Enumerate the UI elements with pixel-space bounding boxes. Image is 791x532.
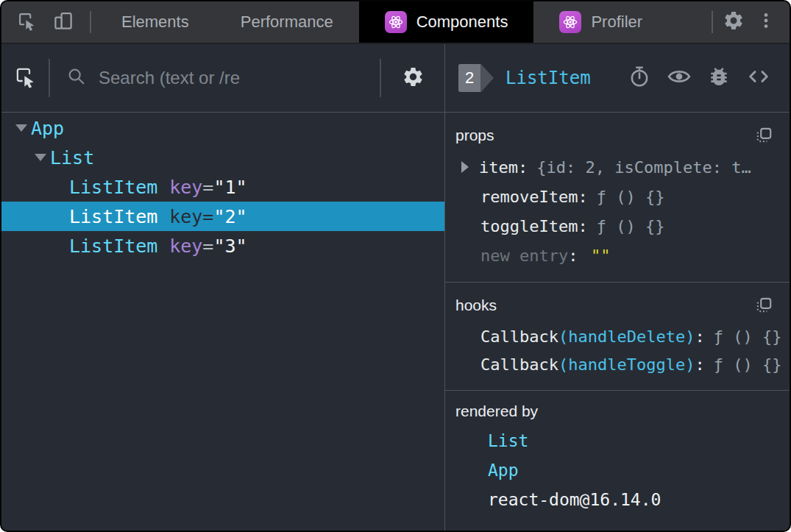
owner-link-list[interactable]: List (488, 431, 528, 450)
selected-component-title: ListItem (506, 68, 591, 88)
props-section: props item:{id: 2, isComplete: t… remove… (445, 113, 790, 283)
prop-row-toggleitem[interactable]: toggleItem:ƒ () {} (454, 211, 779, 241)
tree-row-listitem-2-selected[interactable]: ListItemkey="2" (1, 202, 444, 231)
tree-row-app[interactable]: App (1, 113, 444, 143)
search-bar (50, 66, 380, 90)
rendered-by-section: rendered by List App react-dom@16.14.0 (445, 391, 790, 526)
topbar-right-icons (707, 1, 790, 43)
react-logo-icon (559, 11, 581, 33)
tab-label: Performance (241, 13, 333, 32)
section-title: rendered by (455, 402, 538, 420)
rendered-by-row: react-dom@16.14.0 (454, 485, 779, 514)
divider (712, 11, 713, 33)
components-panel: App List ListItemkey="1" ListItemkey="2"… (1, 44, 790, 531)
suspend-component-button[interactable] (623, 62, 656, 94)
renderer-version-label: react-dom@16.14.0 (488, 490, 661, 509)
prop-row-removeitem[interactable]: removeItem:ƒ () {} (454, 182, 779, 211)
log-to-console-button[interactable] (703, 62, 735, 94)
tab-components[interactable]: Components (359, 1, 534, 43)
key-badge: 2 (458, 64, 494, 92)
key-attribute: key="3" (169, 235, 246, 257)
rendered-by-row: List (454, 426, 779, 455)
tab-label: Components (416, 13, 508, 32)
prop-row-item[interactable]: item:{id: 2, isComplete: t… (454, 152, 779, 182)
hook-value: ƒ () {} (714, 355, 782, 374)
tree-row-list[interactable]: List (1, 143, 444, 172)
topbar-left-icons (1, 1, 85, 43)
component-name: ListItem (69, 177, 157, 198)
component-details-pane: 2 ListItem (445, 44, 790, 531)
hook-name: (handleDelete) (558, 327, 695, 346)
eye-icon (667, 64, 692, 92)
gear-icon (402, 65, 425, 91)
devtools-settings-button[interactable] (717, 6, 750, 38)
select-component-button[interactable] (1, 62, 49, 94)
key-attribute: key="1" (169, 177, 246, 198)
prop-row-new-entry[interactable]: new entry:"" (454, 241, 779, 270)
copy-hooks-button[interactable] (753, 294, 775, 316)
tab-profiler[interactable]: Profiler (533, 1, 668, 43)
stopwatch-icon (628, 65, 651, 91)
hook-row-handledelete[interactable]: Callback(handleDelete):ƒ () {} (454, 322, 779, 350)
component-name: App (31, 118, 64, 139)
devtools-window: Elements Performance Components (0, 0, 791, 532)
tab-label: Elements (121, 13, 189, 32)
divider (90, 11, 91, 33)
key-attribute: key="2" (169, 206, 246, 227)
rendered-by-section-header: rendered by (454, 401, 779, 426)
inspect-dom-button[interactable] (663, 62, 695, 94)
tab-performance[interactable]: Performance (215, 1, 359, 43)
view-settings-button[interactable] (381, 62, 444, 94)
copy-props-button[interactable] (753, 124, 775, 146)
kebab-menu-icon (756, 11, 776, 33)
new-entry-value-input[interactable]: "" (591, 247, 611, 265)
prop-value: ƒ () {} (597, 217, 665, 235)
component-name: ListItem (69, 235, 157, 257)
gear-icon (723, 10, 745, 35)
badge-value: 2 (458, 64, 480, 92)
inspect-element-button[interactable] (10, 6, 43, 38)
hook-name: (handleToggle) (558, 355, 695, 374)
inspect-cursor-icon (13, 65, 37, 91)
view-source-button[interactable] (742, 62, 775, 94)
tab-elements[interactable]: Elements (96, 1, 215, 43)
details-header: 2 ListItem (445, 44, 790, 113)
search-icon (66, 66, 87, 90)
prop-value: ƒ () {} (597, 188, 665, 206)
tab-label: Profiler (591, 13, 642, 32)
tree-toolbar (1, 44, 444, 113)
expander-arrow-icon[interactable] (12, 124, 31, 132)
bug-icon (707, 65, 731, 91)
device-toolbar-icon (52, 10, 74, 35)
inspect-cursor-icon (16, 10, 37, 34)
owner-link-app[interactable]: App (488, 461, 519, 480)
copy-icon (754, 296, 773, 315)
code-brackets-icon (746, 64, 771, 92)
more-options-button[interactable] (750, 6, 782, 38)
props-section-header: props (454, 123, 779, 152)
component-name: ListItem (69, 206, 157, 227)
toggle-device-toolbar-button[interactable] (47, 6, 79, 38)
component-tree-pane: App List ListItemkey="1" ListItemkey="2"… (1, 44, 445, 531)
search-components-input[interactable] (99, 68, 380, 88)
devtools-tab-bar: Elements Performance Components (1, 1, 790, 44)
section-title: props (455, 127, 494, 144)
react-logo-icon (385, 11, 407, 33)
hook-value: ƒ () {} (714, 327, 782, 346)
hooks-section-header: hooks (454, 293, 779, 322)
expand-arrow-icon[interactable] (461, 161, 479, 173)
tree-row-listitem-1[interactable]: ListItemkey="1" (1, 172, 444, 202)
hooks-section: hooks Callback(handleDelete):ƒ () {} Cal… (445, 283, 790, 391)
tree-row-listitem-3[interactable]: ListItemkey="3" (1, 231, 444, 260)
component-name: List (50, 147, 94, 169)
prop-value: {id: 2, isComplete: t… (536, 158, 751, 177)
section-title: hooks (455, 297, 497, 314)
rendered-by-row: App (454, 455, 779, 485)
details-actions (623, 62, 775, 94)
expander-arrow-icon[interactable] (31, 154, 50, 161)
hook-row-handletoggle[interactable]: Callback(handleToggle):ƒ () {} (454, 350, 779, 378)
component-tree: App List ListItemkey="1" ListItemkey="2"… (1, 113, 444, 260)
copy-icon (754, 126, 773, 145)
